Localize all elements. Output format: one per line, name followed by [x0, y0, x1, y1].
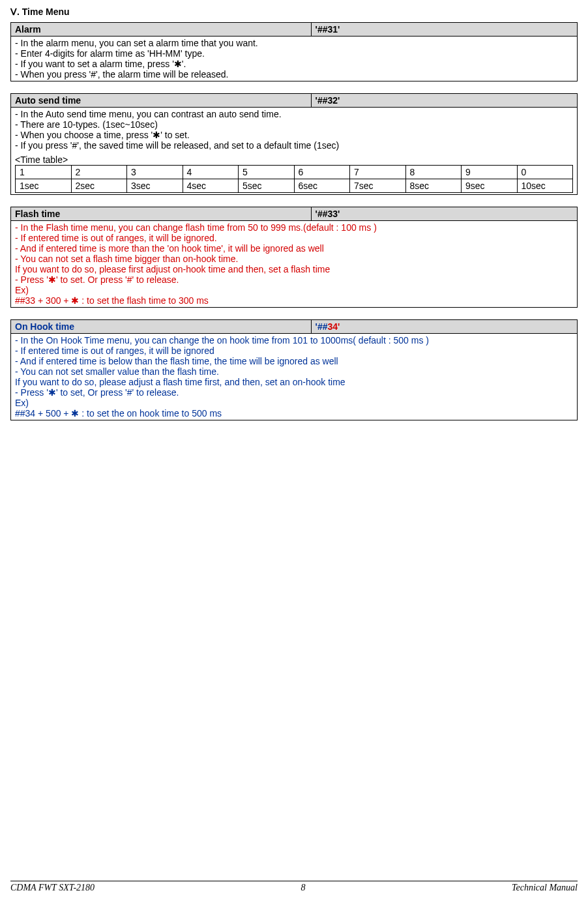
onhook-code-pre: '## [316, 321, 328, 332]
flashtime-code: '##33' [311, 207, 577, 221]
time-table-value-cell: 9sec [462, 179, 518, 193]
autosend-code: '##32' [311, 94, 577, 108]
onhook-line: - Press '✱' to set, Or press '#' to rele… [15, 387, 573, 398]
onhook-line: ##34 + 500 + ✱ : to set the on hook time… [15, 408, 573, 419]
onhook-line: - And if entered time is below than the … [15, 356, 573, 366]
flashtime-line: - In the Flash time menu, you can change… [15, 222, 573, 233]
autosend-line: - In the Auto send time menu, you can co… [15, 109, 573, 119]
time-table-header-cell: 5 [239, 166, 295, 179]
time-table-value-cell: 7sec [350, 179, 406, 193]
section-title: Ⅴ. Time Menu [10, 7, 578, 17]
flashtime-line: If you want to do so, please first adjus… [15, 264, 573, 274]
onhook-code: '##34' [311, 320, 577, 334]
time-table-value-cell: 5sec [239, 179, 295, 193]
alarm-line: - In the alarm menu, you can set a alarm… [15, 38, 573, 48]
time-table-value-cell: 1sec [16, 179, 72, 193]
alarm-title: Alarm [11, 23, 312, 37]
time-table-header-cell: 4 [183, 166, 239, 179]
time-table: 1 2 3 4 5 6 7 8 9 0 1sec 2sec 3sec 4sec … [15, 165, 573, 193]
alarm-line: - If you want to set a alarm time, press… [15, 59, 573, 69]
time-table-header-cell: 8 [405, 166, 462, 179]
onhook-line: Ex) [15, 398, 573, 408]
onhook-line: - In the On Hook Time menu, you can chan… [15, 335, 573, 346]
onhook-code-num: 34' [327, 321, 340, 332]
onhook-title: On Hook time [11, 320, 312, 334]
time-table-value-cell: 10sec [517, 179, 573, 193]
time-table-header-cell: 7 [350, 166, 406, 179]
onhook-line: - If entered time is out of ranges, it w… [15, 346, 573, 356]
time-table-value-cell: 6sec [294, 179, 350, 193]
time-table-header-cell: 2 [71, 166, 127, 179]
flashtime-box: Flash time '##33' - In the Flash time me… [10, 207, 578, 308]
time-table-header-cell: 6 [294, 166, 350, 179]
flashtime-line: - And if entered time is more than the '… [15, 243, 573, 254]
time-table-value-cell: 3sec [127, 179, 183, 193]
onhook-box: On Hook time '##34' - In the On Hook Tim… [10, 319, 578, 420]
time-table-header-cell: 9 [462, 166, 518, 179]
alarm-content: - In the alarm menu, you can set a alarm… [11, 37, 578, 81]
time-table-value-cell: 8sec [405, 179, 462, 193]
flashtime-line: ##33 + 300 + ✱ : to set the flash time t… [15, 295, 573, 306]
flashtime-line: - If entered time is out of ranges, it w… [15, 233, 573, 243]
time-table-label: <Time table> [15, 154, 573, 165]
onhook-line: If you want to do so, please adjust a fl… [15, 377, 573, 387]
time-table-header-cell: 0 [517, 166, 573, 179]
alarm-box: Alarm '##31' - In the alarm menu, you ca… [10, 22, 578, 81]
flashtime-line: - Press '✱' to set. Or press '#' to rele… [15, 274, 573, 285]
time-table-value-cell: 2sec [71, 179, 127, 193]
autosend-box: Auto send time '##32' - In the Auto send… [10, 93, 578, 195]
flashtime-content: - In the Flash time menu, you can change… [11, 221, 578, 308]
onhook-content: - In the On Hook Time menu, you can chan… [11, 334, 578, 420]
flashtime-title: Flash time [11, 207, 312, 221]
autosend-title: Auto send time [11, 94, 312, 108]
flashtime-line: - You can not set a flash time bigger th… [15, 254, 573, 264]
autosend-content: - In the Auto send time menu, you can co… [11, 108, 578, 195]
time-table-header-row: 1 2 3 4 5 6 7 8 9 0 [16, 166, 573, 179]
time-table-header-cell: 3 [127, 166, 183, 179]
time-table-value-cell: 4sec [183, 179, 239, 193]
time-table-header-cell: 1 [16, 166, 72, 179]
autosend-line: - There are 10-types. (1sec~10sec) [15, 119, 573, 130]
flashtime-line: Ex) [15, 285, 573, 295]
alarm-line: - When you press '#', the alarm time wil… [15, 69, 573, 80]
alarm-code: '##31' [311, 23, 577, 37]
alarm-line: - Enter 4-digits for alarm time as 'HH-M… [15, 48, 573, 59]
onhook-line: - You can not set smaller value than the… [15, 366, 573, 377]
time-table-value-row: 1sec 2sec 3sec 4sec 5sec 6sec 7sec 8sec … [16, 179, 573, 193]
autosend-line: - When you choose a time, press '✱' to s… [15, 130, 573, 140]
autosend-line: - If you press '#', the saved time will … [15, 140, 573, 151]
